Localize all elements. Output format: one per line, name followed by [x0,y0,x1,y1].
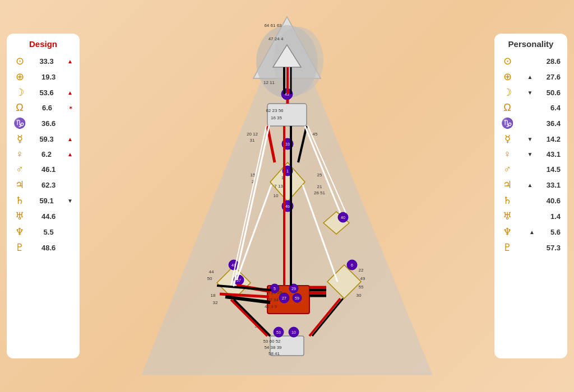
planet-symbol: ⊙ [501,55,513,67]
gate-value: 59.3 [39,135,53,143]
panel-row: 5.6▲♆ [499,225,563,239]
personality-panel: Personality 28.6 ⊙27.6▲⊕50.6▼☽6.4 Ω36.4 … [494,34,567,358]
svg-text:12 11: 12 11 [263,80,275,85]
planet-symbol: ⊕ [501,71,513,83]
planet-symbol: ♂ [13,164,26,175]
svg-text:53: 53 [276,330,281,334]
svg-text:45: 45 [313,132,318,137]
svg-text:25: 25 [317,172,322,178]
svg-text:7  13: 7 13 [274,184,283,189]
svg-text:27: 27 [282,296,286,300]
planet-symbol: Ω [13,102,26,114]
svg-text:49: 49 [360,276,365,281]
svg-text:1: 1 [286,169,289,173]
planet-symbol: ☽ [13,86,26,99]
panel-row: 57.3 ♇ [499,241,563,254]
panel-row: 14.5 ♂ [499,163,563,176]
planet-symbol: ♄ [13,194,26,207]
panel-row: 14.2▼☿ [499,132,563,146]
panel-row: 40.6 ♄ [499,194,563,207]
svg-text:32: 32 [213,300,218,305]
main-container: Design ⊙33.3▲⊕19.3 ☽53.6▲Ω6.6✶♑36.6 ☿59.… [7,6,567,386]
svg-text:16   35: 16 35 [271,115,283,120]
gate-value: 62.3 [41,181,55,189]
gate-value: 6.6 [42,104,52,112]
svg-text:40: 40 [341,216,345,220]
line-indicator: ✶ [68,105,73,111]
svg-text:10: 10 [274,193,279,198]
planet-symbol: ⊙ [13,55,26,67]
gate-value: 48.6 [41,244,55,252]
gate-value: 59.1 [39,197,53,205]
svg-text:44: 44 [209,269,214,274]
line-indicator [529,245,531,251]
gate-value: 50.6 [547,88,561,97]
line-indicator [71,182,73,188]
svg-text:6: 6 [351,263,353,267]
planet-symbol: ♇ [13,241,26,254]
svg-text:22: 22 [359,268,364,273]
line-indicator: ▲ [67,58,73,64]
gate-value: 6.4 [550,104,561,112]
line-indicator [71,213,73,220]
line-indicator [71,166,73,172]
panel-row: 1.4 ♅ [499,209,563,223]
panel-row: Ω6.6✶ [11,101,75,114]
svg-text:54 38 39: 54 38 39 [264,345,282,350]
line-indicator [71,74,73,80]
line-indicator: ▲ [67,151,73,157]
panel-row: 43.1▼♀ [499,148,563,161]
gate-value: 33.3 [39,57,53,66]
gate-value: 5.5 [44,228,54,236]
svg-text:30: 30 [357,293,362,298]
svg-text:33: 33 [285,142,290,146]
line-indicator [529,58,531,64]
line-indicator [71,120,73,127]
planet-symbol: ♆ [501,226,513,238]
planet-symbol: ♄ [501,194,513,207]
svg-text:29: 29 [291,287,296,291]
line-indicator: ▲ [527,182,533,188]
chart-area: 64 61 63 47 24 4 12 11 43 62 23 56 16 35… [80,6,494,386]
gate-value: 5.6 [550,228,561,236]
planet-symbol: ⊕ [13,71,26,83]
line-indicator [71,245,73,251]
panel-row: ♄59.1▼ [11,194,75,207]
planet-symbol: ☿ [501,133,513,145]
planet-symbol: ♂ [501,164,513,175]
line-indicator: ▼ [527,90,533,96]
planet-symbol: ♆ [13,226,26,238]
gate-value: 36.6 [41,119,55,128]
svg-text:55: 55 [359,284,364,290]
svg-text:42 3 9: 42 3 9 [265,304,277,309]
line-indicator: ▼ [527,151,533,157]
design-panel: Design ⊙33.3▲⊕19.3 ☽53.6▲Ω6.6✶♑36.6 ☿59.… [7,34,80,358]
gate-value: 57.3 [547,244,561,252]
svg-text:59: 59 [295,296,299,300]
planet-symbol: Ω [501,102,513,114]
svg-rect-10 [267,104,307,126]
svg-text:53 60 52: 53 60 52 [263,339,281,344]
line-indicator: ▼ [527,136,533,142]
panel-row: ♃62.3 [11,178,75,192]
line-indicator: ▲ [529,229,535,235]
svg-text:4b: 4b [285,204,290,208]
gate-value: 43.1 [547,150,561,158]
design-title: Design [29,39,57,49]
svg-text:10: 10 [291,330,296,334]
svg-text:62 23 56: 62 23 56 [266,108,284,113]
panel-row: ⊕19.3 [11,70,75,83]
planet-symbol: ♑ [501,117,513,129]
panel-row: ☽53.6▲ [11,86,75,99]
svg-text:5: 5 [274,287,276,291]
gate-value: 46.1 [41,165,55,174]
svg-text:18: 18 [211,293,216,298]
gate-value: 19.3 [41,73,55,81]
panel-row: ♀6.2▲ [11,148,75,161]
personality-title: Personality [508,39,554,49]
planet-symbol: ♅ [501,210,513,222]
line-indicator [531,105,533,111]
line-indicator [531,213,533,220]
panel-row: ☿59.3▲ [11,132,75,146]
gate-value: 36.4 [547,119,561,128]
